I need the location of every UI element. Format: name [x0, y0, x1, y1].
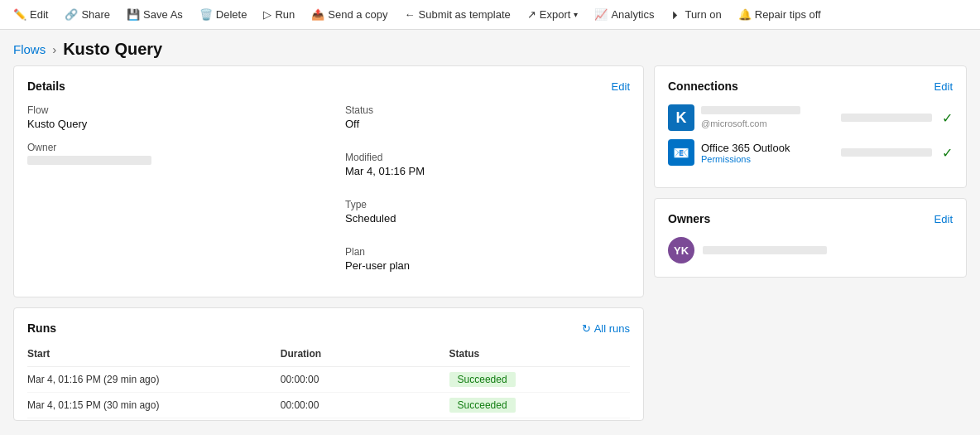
repair-tips-button[interactable]: 🔔 Repair tips off	[732, 5, 828, 24]
kusto-blurred	[841, 114, 932, 122]
run-status: Succeeded	[449, 367, 630, 393]
modified-field: Modified Mar 4, 01:16 PM	[345, 152, 488, 177]
status-badge: Succeeded	[449, 398, 516, 413]
export-icon: ↗	[527, 8, 536, 21]
owner-value	[27, 155, 312, 167]
plan-field: Plan Per-user plan	[345, 246, 488, 272]
kusto-info: @microsoft.com	[701, 106, 834, 129]
table-row[interactable]: Mar 4, 01:16 PM (29 min ago)00:00:00Succ…	[27, 367, 630, 393]
runs-card: Runs ↻ All runs Start Duration Status Ma…	[13, 307, 644, 421]
type-value: Scheduled	[345, 212, 488, 225]
runs-table-header: Start Duration Status	[27, 345, 630, 367]
status-badge: Succeeded	[449, 372, 516, 387]
save-as-button[interactable]: 💾 Save As	[120, 5, 190, 24]
status-value: Off	[345, 118, 488, 130]
col-header-duration: Duration	[281, 345, 449, 367]
turn-on-label: Turn on	[685, 8, 721, 21]
send-copy-label: Send a copy	[328, 8, 387, 21]
all-runs-button[interactable]: ↻ All runs	[582, 322, 630, 335]
run-start: Mar 4, 01:16 PM (29 min ago)	[27, 367, 281, 393]
kusto-check-icon: ✓	[942, 110, 953, 126]
main-content: Details Edit Flow Kusto Query Owner	[0, 65, 980, 431]
runs-header: Runs ↻ All runs	[27, 321, 630, 335]
connection-kusto: K @microsoft.com ✓	[668, 104, 953, 131]
repair-tips-label: Repair tips off	[755, 8, 821, 21]
details-card: Details Edit Flow Kusto Query Owner	[13, 65, 644, 297]
flow-label: Flow	[27, 104, 312, 116]
runs-table-body: Mar 4, 01:16 PM (29 min ago)00:00:00Succ…	[27, 367, 630, 422]
send-copy-button[interactable]: 📤 Send a copy	[305, 5, 394, 24]
modified-label: Modified	[345, 152, 488, 163]
owner-avatar: YK	[668, 237, 694, 263]
edit-icon: ✏️	[13, 8, 26, 21]
runs-table: Start Duration Status Mar 4, 01:16 PM (2…	[27, 345, 630, 421]
owners-edit-button[interactable]: Edit	[934, 213, 953, 225]
breadcrumb-separator: ›	[52, 42, 56, 56]
owner-initials: YK	[674, 244, 689, 257]
delete-icon: 🗑️	[199, 8, 213, 21]
run-button[interactable]: ▷ Run	[257, 5, 301, 24]
connection-outlook: 📧 Office 365 Outlook Permissions ✓	[668, 139, 953, 166]
kusto-icon: K	[668, 104, 694, 131]
owner-name	[703, 246, 827, 254]
run-duration: 00:00:01	[281, 418, 449, 422]
plan-label: Plan	[345, 246, 488, 258]
table-row[interactable]: Mar 4, 01:14 PM (31 min ago)00:00:01Succ…	[27, 418, 630, 422]
owners-card: Owners Edit YK	[654, 198, 967, 278]
connections-header: Connections Edit	[668, 80, 953, 93]
export-button[interactable]: ↗ Export ▾	[521, 5, 585, 24]
owner-row: YK	[668, 237, 953, 263]
delete-button[interactable]: 🗑️ Delete	[193, 5, 254, 24]
col-header-start: Start	[27, 345, 281, 367]
details-grid: Flow Kusto Query Owner Status Off	[27, 104, 630, 283]
breadcrumb-parent[interactable]: Flows	[13, 42, 46, 56]
save-icon: 💾	[127, 8, 140, 21]
edit-button[interactable]: ✏️ Edit	[7, 5, 55, 24]
details-left-col: Flow Kusto Query Owner	[27, 104, 329, 283]
outlook-name: Office 365 Outlook	[701, 142, 834, 154]
type-label: Type	[345, 199, 488, 210]
left-panel: Details Edit Flow Kusto Query Owner	[13, 65, 644, 421]
analytics-button[interactable]: 📈 Analytics	[588, 5, 661, 24]
toolbar: ✏️ Edit 🔗 Share 💾 Save As 🗑️ Delete ▷ Ru…	[0, 0, 980, 30]
analytics-icon: 📈	[594, 8, 608, 21]
table-row[interactable]: Mar 4, 01:15 PM (30 min ago)00:00:00Succ…	[27, 393, 630, 418]
run-status: Succeeded	[449, 393, 630, 418]
connections-title: Connections	[668, 80, 738, 93]
owner-field: Owner	[27, 142, 312, 167]
run-start: Mar 4, 01:14 PM (31 min ago)	[27, 418, 281, 422]
connections-edit-button[interactable]: Edit	[934, 80, 953, 93]
col-header-status: Status	[449, 345, 630, 367]
turn-on-icon: ⏵	[670, 8, 681, 21]
owners-title: Owners	[668, 212, 710, 225]
outlook-permissions[interactable]: Permissions	[701, 154, 834, 164]
run-duration: 00:00:00	[281, 367, 449, 393]
details-title: Details	[27, 80, 65, 93]
run-label: Run	[275, 8, 295, 21]
export-label: Export	[540, 8, 571, 21]
status-label: Status	[345, 104, 488, 116]
details-header: Details Edit	[27, 80, 630, 93]
analytics-label: Analytics	[611, 8, 654, 21]
details-right-col: Status Off Modified Mar 4, 01:16 PM Type…	[329, 104, 630, 283]
turn-on-button[interactable]: ⏵ Turn on	[664, 5, 728, 24]
details-edit-button[interactable]: Edit	[612, 80, 630, 93]
send-copy-icon: 📤	[311, 8, 324, 21]
breadcrumb: Flows › Kusto Query	[0, 30, 980, 65]
flow-field: Flow Kusto Query	[27, 104, 312, 130]
share-icon: 🔗	[65, 8, 78, 21]
outlook-blurred	[841, 148, 932, 157]
status-field: Status Off	[345, 104, 488, 130]
submit-template-label: Submit as template	[419, 8, 511, 21]
type-field: Type Scheduled	[345, 199, 488, 225]
delete-label: Delete	[216, 8, 247, 21]
kusto-email	[701, 106, 800, 114]
owner-label: Owner	[27, 142, 312, 153]
runs-title: Runs	[27, 321, 56, 335]
share-label: Share	[81, 8, 110, 21]
submit-template-button[interactable]: ← Submit as template	[398, 5, 517, 24]
run-icon: ▷	[263, 8, 271, 21]
outlook-check-icon: ✓	[942, 145, 953, 161]
share-button[interactable]: 🔗 Share	[58, 5, 117, 24]
kusto-domain: @microsoft.com	[701, 118, 767, 128]
